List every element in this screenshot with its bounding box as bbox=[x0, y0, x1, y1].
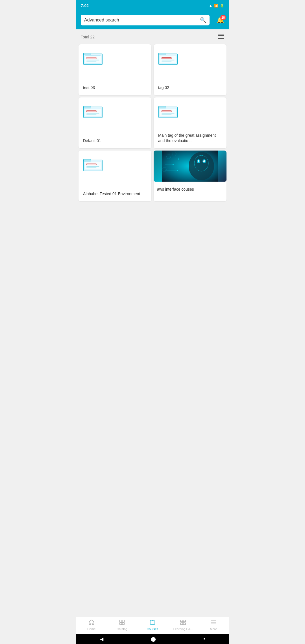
svg-rect-59 bbox=[183, 623, 186, 625]
course-card-2[interactable]: tag 02 bbox=[154, 44, 226, 95]
header: 🔍 🔔 18 bbox=[76, 11, 229, 29]
svg-rect-5 bbox=[84, 53, 91, 55]
svg-rect-29 bbox=[162, 114, 171, 115]
card-title-3: Default 01 bbox=[83, 138, 101, 144]
course-card-6[interactable]: aws interface couses bbox=[154, 151, 226, 201]
card-title-2: tag 02 bbox=[158, 85, 169, 91]
folder-icon bbox=[158, 49, 178, 66]
folder-icon bbox=[83, 155, 103, 172]
catalog-icon bbox=[119, 619, 125, 627]
content-area: Total 22 test 03 bbox=[76, 29, 229, 617]
notification-button[interactable]: 🔔 18 bbox=[217, 16, 224, 24]
folder-icon bbox=[83, 49, 103, 66]
svg-point-48 bbox=[203, 160, 205, 162]
nav-label-home: Home bbox=[87, 627, 95, 631]
nav-item-home[interactable]: Home bbox=[76, 618, 107, 632]
total-count: Total 22 bbox=[81, 35, 95, 39]
course-card-1[interactable]: test 03 bbox=[79, 44, 151, 95]
svg-rect-7 bbox=[85, 56, 101, 63]
folder-icon bbox=[83, 102, 103, 119]
recents-button[interactable]: ▪ bbox=[203, 636, 205, 641]
svg-rect-26 bbox=[160, 109, 176, 116]
status-icons: ▲ 📶 🔋 bbox=[209, 4, 224, 8]
signal-icon: 📶 bbox=[214, 4, 218, 8]
search-box[interactable]: 🔍 bbox=[81, 15, 210, 25]
nav-label-catalog: Catalog bbox=[117, 627, 127, 631]
nav-item-more[interactable]: More bbox=[198, 618, 229, 632]
svg-rect-54 bbox=[120, 623, 122, 625]
svg-rect-14 bbox=[160, 56, 176, 63]
card-title-1: test 03 bbox=[83, 85, 95, 91]
search-input[interactable] bbox=[84, 18, 198, 23]
courses-icon bbox=[149, 619, 156, 627]
wifi-icon: ▲ bbox=[209, 4, 212, 8]
svg-rect-55 bbox=[122, 623, 124, 625]
svg-rect-28 bbox=[162, 113, 175, 114]
card-title-6: aws interface couses bbox=[157, 187, 194, 192]
list-view-toggle[interactable] bbox=[217, 33, 224, 41]
learning-paths-icon bbox=[180, 619, 186, 627]
svg-rect-22 bbox=[86, 113, 99, 114]
svg-rect-17 bbox=[162, 61, 171, 62]
svg-rect-35 bbox=[86, 167, 96, 168]
courses-grid: test 03 tag 02 Defau bbox=[76, 44, 229, 204]
svg-rect-32 bbox=[85, 162, 101, 169]
svg-rect-2 bbox=[218, 37, 224, 37]
nav-item-catalog[interactable]: Catalog bbox=[107, 618, 137, 632]
svg-rect-33 bbox=[86, 164, 96, 165]
svg-rect-23 bbox=[86, 114, 96, 115]
system-nav-bar: ◀ ⬤ ▪ bbox=[76, 634, 229, 644]
svg-point-41 bbox=[173, 164, 174, 165]
svg-rect-57 bbox=[183, 620, 186, 622]
status-bar: 7:02 ▲ 📶 🔋 bbox=[76, 0, 229, 11]
course-card-5[interactable]: Alphabet Tested 01 Environment bbox=[79, 151, 151, 201]
svg-rect-10 bbox=[86, 60, 99, 60]
course-thumbnail bbox=[154, 151, 226, 182]
svg-rect-58 bbox=[180, 623, 183, 625]
nav-label-learning-paths: Learning Pa... bbox=[173, 627, 193, 631]
nav-label-courses: Courses bbox=[147, 627, 158, 631]
svg-rect-11 bbox=[86, 61, 96, 62]
card-title-5: Alphabet Tested 01 Environment bbox=[83, 191, 140, 197]
total-row: Total 22 bbox=[76, 29, 229, 44]
svg-rect-15 bbox=[162, 57, 171, 58]
svg-rect-52 bbox=[120, 620, 122, 622]
nav-label-more: More bbox=[210, 627, 217, 631]
status-time: 7:02 bbox=[81, 3, 89, 8]
header-divider bbox=[213, 15, 213, 25]
svg-rect-34 bbox=[86, 166, 99, 167]
svg-point-43 bbox=[189, 152, 214, 180]
svg-rect-21 bbox=[86, 110, 96, 112]
svg-point-42 bbox=[177, 170, 178, 171]
svg-rect-3 bbox=[218, 38, 224, 39]
course-card-4[interactable]: Main tag of the great assignment and the… bbox=[154, 97, 226, 148]
battery-icon: 🔋 bbox=[220, 4, 224, 8]
card-title-4: Main tag of the great assignment and the… bbox=[158, 133, 222, 144]
search-icon[interactable]: 🔍 bbox=[200, 17, 206, 23]
svg-rect-1 bbox=[218, 35, 224, 36]
back-button[interactable]: ◀ bbox=[100, 636, 103, 642]
svg-rect-53 bbox=[122, 620, 124, 622]
nav-item-courses[interactable]: Courses bbox=[137, 618, 168, 632]
svg-rect-13 bbox=[159, 53, 166, 55]
svg-point-47 bbox=[198, 160, 199, 162]
folder-icon bbox=[158, 102, 178, 119]
svg-point-40 bbox=[178, 158, 179, 160]
home-icon bbox=[88, 619, 95, 627]
svg-rect-16 bbox=[162, 60, 175, 60]
home-button[interactable]: ⬤ bbox=[151, 636, 156, 642]
svg-rect-0 bbox=[218, 34, 224, 34]
more-icon bbox=[210, 619, 217, 627]
svg-rect-56 bbox=[180, 620, 183, 622]
svg-rect-31 bbox=[84, 159, 91, 161]
svg-rect-25 bbox=[159, 106, 166, 108]
svg-rect-20 bbox=[85, 109, 101, 116]
bottom-navigation: Home Catalog Courses bbox=[76, 617, 229, 634]
notification-badge: 18 bbox=[220, 15, 226, 20]
nav-item-learning-paths[interactable]: Learning Pa... bbox=[168, 618, 198, 632]
svg-rect-19 bbox=[84, 106, 91, 108]
svg-rect-27 bbox=[162, 110, 171, 112]
svg-rect-9 bbox=[86, 57, 96, 58]
course-card-3[interactable]: Default 01 bbox=[79, 97, 151, 148]
